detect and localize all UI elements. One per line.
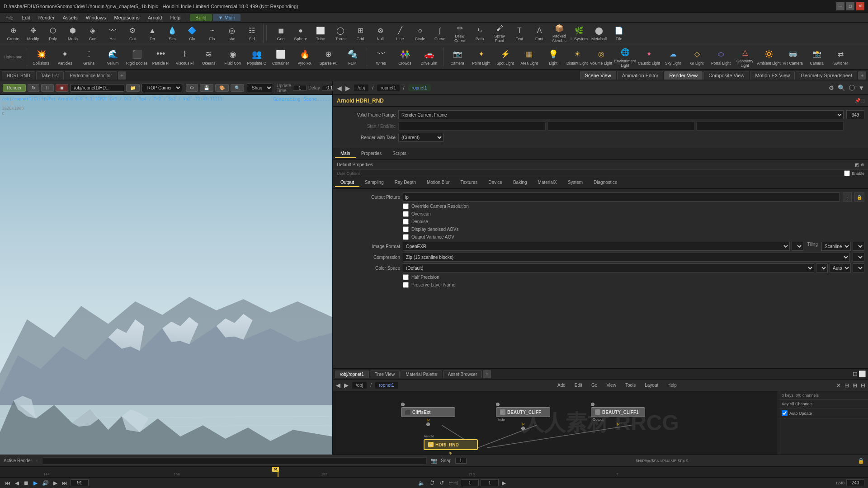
ng-tool-layout[interactable]: Layout (642, 382, 661, 389)
menu-main[interactable]: ▼ Main (213, 14, 241, 21)
render-save-btn[interactable]: 💾 (200, 84, 213, 92)
compression-select[interactable]: Zip (16 scanline blocks) (403, 253, 850, 262)
ng-close-icon[interactable]: ✕ (836, 382, 841, 389)
render-refresh[interactable]: ↻ (28, 84, 39, 92)
frame-range-select[interactable]: Render Current Frame (398, 110, 844, 119)
tool-drive-sim[interactable]: 🚗 Drive Sim (417, 45, 441, 69)
color-space-select3[interactable]: Auto (830, 263, 851, 272)
tool-mesh[interactable]: ⬢ Mesh (63, 24, 82, 43)
auto-update-checkbox[interactable] (782, 410, 788, 416)
tool-particles[interactable]: ✦ Particles (53, 45, 77, 69)
ng-tab-ropnet[interactable]: /obj/ropnet1 (335, 371, 369, 378)
tool-sid[interactable]: ☷ Sid (242, 24, 261, 43)
output-picture-lock[interactable]: 🔒 (854, 192, 864, 202)
camera-select[interactable]: ROP Camera (142, 84, 182, 92)
render-snap-icon[interactable]: 📷 (430, 458, 437, 464)
tiling-detail-select[interactable] (853, 242, 864, 251)
tool-gi-light[interactable]: ◇ GI Light (685, 45, 709, 69)
stop-btn[interactable]: ⏹ (22, 480, 30, 486)
tool-sim[interactable]: 💧 Sim (163, 24, 182, 43)
tool-wires[interactable]: 〰 Wires (369, 45, 393, 69)
render-color-btn[interactable]: 🎨 (215, 84, 229, 92)
node-beauty-cliff2[interactable]: BEAUTY_CLIFF1 Output ip (591, 403, 645, 426)
tool-grid[interactable]: ⊞ Grid (351, 24, 370, 43)
output-tab-baking[interactable]: Baking (508, 178, 533, 187)
tool-populate-c[interactable]: 👥 Populate C (245, 45, 269, 69)
ng-forward-btn[interactable]: ▶ (344, 382, 349, 389)
tab-render-view[interactable]: Render View (664, 71, 703, 80)
current-frame-input[interactable] (71, 479, 89, 486)
render-take-select[interactable]: (Current) (398, 133, 443, 142)
tool-she[interactable]: ◎ she (222, 24, 241, 43)
loop-toggle[interactable]: ↺ (438, 480, 445, 486)
tool-pyro-fx[interactable]: 🔥 Pyro FX (293, 45, 316, 69)
tool-flo[interactable]: ~ Flo (203, 24, 222, 43)
tool-lsystem[interactable]: 🌿 L-System (570, 24, 589, 43)
arnold-back-btn[interactable]: ◀ (337, 84, 342, 92)
ng-tool-edit[interactable]: Edit (572, 382, 585, 389)
tool-poly[interactable]: ⬡ Poly (43, 24, 62, 43)
overscan-checkbox[interactable] (403, 211, 409, 217)
tool-spot-light[interactable]: ⚡ Spot Light (494, 45, 517, 69)
render-stop[interactable]: ⏹ (56, 84, 68, 92)
inc-input[interactable] (696, 122, 844, 131)
camera-snap-btn[interactable]: 🔒 (858, 458, 864, 464)
tool-rigid-bodies[interactable]: ⬛ Rigid Bodies (125, 45, 149, 69)
tool-circle[interactable]: ○ Circle (410, 24, 429, 43)
tool-spray-paint[interactable]: 🖌 Spray Paint (490, 24, 509, 43)
output-variance-checkbox[interactable] (403, 234, 409, 240)
update-time-input[interactable] (293, 85, 307, 91)
range-toggle[interactable]: ⊢⊣ (447, 480, 459, 486)
tab-performance[interactable]: Performance Monitor (65, 71, 117, 80)
ng-tool-add[interactable]: Add (555, 382, 568, 389)
render-settings-btn[interactable]: ⚙ (186, 84, 198, 92)
tool-volume-light[interactable]: ◎ Volume Light (590, 45, 613, 69)
range-arrow[interactable]: ▶ (500, 480, 507, 486)
tab-animation-editor[interactable]: Animation Editor (617, 71, 664, 80)
tool-light[interactable]: 💡 Light (542, 45, 565, 69)
ng-tab-add[interactable]: + (483, 370, 491, 378)
render-path-input[interactable] (70, 84, 124, 92)
menu-arnold[interactable]: Arnold (144, 14, 166, 21)
output-tab-diagnostics[interactable]: Diagnostics (588, 178, 623, 187)
format-detail-select[interactable] (792, 242, 803, 251)
output-tab-sampling[interactable]: Sampling (359, 178, 389, 187)
tool-torus[interactable]: ◯ Torus (331, 24, 350, 43)
snap-input[interactable] (455, 458, 467, 464)
tool-env-light[interactable]: 🌐 Environment Light (613, 45, 637, 69)
play-audio-btn[interactable]: 🔊 (41, 480, 50, 486)
ng-tool-view[interactable]: View (604, 382, 619, 389)
tool-ambient-light[interactable]: 🔆 Ambient Light (757, 45, 781, 69)
image-format-select[interactable]: OpenEXR (403, 242, 790, 251)
menu-file[interactable]: File (2, 14, 17, 21)
close-button[interactable]: ✕ (856, 2, 864, 10)
goto-start-btn[interactable]: ⏮ (4, 480, 12, 486)
tool-caustic-light[interactable]: ✦ Caustic Light (637, 45, 661, 69)
tool-sky-light[interactable]: ☁ Sky Light (661, 45, 685, 69)
ng-tab-tree-view[interactable]: Tree View (370, 371, 400, 378)
ng-grid-icon2[interactable]: ⊟ (861, 382, 865, 389)
tool-packed[interactable]: 📦 Packed Alembic (550, 24, 569, 43)
output-picture-input[interactable] (403, 192, 840, 202)
enable-checkbox[interactable] (844, 170, 850, 176)
tool-tube[interactable]: ⬜ Tube (311, 24, 330, 43)
ng-icon-layout[interactable]: ⊡ (853, 371, 858, 377)
tool-sphere[interactable]: ● Sphere (291, 24, 310, 43)
tool-crowds[interactable]: 👫 Crowds (393, 45, 417, 69)
half-precision-checkbox[interactable] (403, 274, 409, 280)
tool-vellum[interactable]: 🌊 Vellum (101, 45, 125, 69)
menu-megascans[interactable]: Megascans (110, 14, 143, 21)
tab-composite-view[interactable]: Composite View (703, 71, 749, 80)
arnold-tab-main[interactable]: Main (335, 150, 356, 158)
color-space-select4[interactable] (853, 263, 864, 272)
tool-con[interactable]: ◈ Con (83, 24, 102, 43)
output-picture-btn[interactable]: ⋮ (843, 192, 852, 202)
tool-oceans[interactable]: ≋ Oceans (197, 45, 221, 69)
tool-metaball[interactable]: ⬤ Metaball (590, 24, 609, 43)
tool-clo[interactable]: 🔷 Clo (183, 24, 202, 43)
denoise-checkbox[interactable] (403, 219, 409, 225)
tool-area-light[interactable]: ▦ Area Light (518, 45, 541, 69)
output-tab-materialx[interactable]: MaterialX (533, 178, 562, 187)
tool-path[interactable]: ⤷ Path (470, 24, 489, 43)
tool-grains[interactable]: ⁚ Grains (77, 45, 101, 69)
